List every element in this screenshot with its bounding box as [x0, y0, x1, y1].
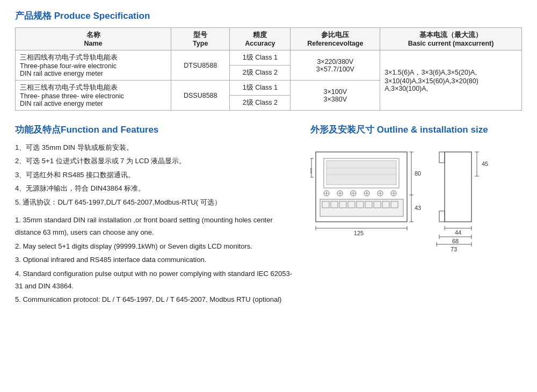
- svg-text:44: 44: [455, 229, 461, 236]
- svg-rect-49: [439, 152, 445, 163]
- svg-text:68: 68: [452, 238, 459, 244]
- col-header-current: 基本电流（最大流）Basic current (maxcurrent): [380, 28, 522, 50]
- svg-rect-50: [439, 211, 445, 222]
- feature-en-3: 3. Optional infrared and RS485 interface…: [15, 253, 300, 266]
- side-diagram: 44 68 73 45: [434, 141, 504, 254]
- features-column: 功能及特点Function and Features 1、可选 35mm DIN…: [15, 124, 300, 307]
- accuracy-1-1: 1级 Class 1: [230, 50, 291, 66]
- col-header-type: 型号Type: [171, 28, 230, 50]
- features-list: 1、可选 35mm DIN 导轨或板前安装。 2、可选 5+1 位进式计数器显示…: [15, 141, 300, 306]
- feature-cn-4: 4、无源脉冲输出，符合 DIN43864 标准。: [15, 182, 300, 194]
- diagram-container: 125 80 43 35: [310, 141, 522, 254]
- feature-cn-3: 3、可选红外和 RS485 接口数据通讯。: [15, 169, 300, 181]
- svg-text:73: 73: [451, 246, 457, 252]
- product-name-2: 三相三线有功电子式导轨电能表 Three- phase three- wire …: [16, 81, 171, 111]
- col-header-voltage: 参比电压Referencevoltage: [291, 28, 380, 50]
- feature-cn-2: 2、可选 5+1 位进式计数器显示或 7 为 LCD 液晶显示。: [15, 155, 300, 167]
- svg-text:125: 125: [354, 230, 364, 236]
- voltage-1: 3×220/380V3×57.7/100V: [291, 50, 380, 81]
- col-header-name: 名称Name: [16, 28, 171, 50]
- feature-en-2: 2. May select 5+1 digits display (99999.…: [15, 240, 300, 252]
- product-spec-section: 产品规格 Produce Specification 名称Name 型号Type…: [15, 10, 522, 111]
- current-all: 3×1.5(6)A，3×3(6)A,3×5(20)A, 3×10(40)A,3×…: [380, 50, 522, 111]
- table-row: 三相四线有功电子式导轨电能表 Three-phase four-wire ele…: [16, 50, 522, 66]
- svg-text:43: 43: [415, 205, 421, 211]
- accuracy-1-2: 2级 Class 2: [230, 66, 291, 81]
- outline-title: 外形及安装尺寸 Outline & installation size: [310, 124, 522, 136]
- accuracy-2-2: 2级 Class 2: [230, 96, 291, 111]
- product-type-1: DTSU8588: [171, 50, 230, 81]
- accuracy-2-1: 1级 Class 1: [230, 81, 291, 96]
- product-type-2: DSSU8588: [171, 81, 230, 111]
- svg-text:80: 80: [415, 170, 421, 177]
- svg-rect-48: [445, 152, 471, 222]
- bottom-section: 功能及特点Function and Features 1、可选 35mm DIN…: [15, 124, 522, 307]
- product-name-1: 三相四线有功电子式导轨电能表 Three-phase four-wire ele…: [16, 50, 171, 81]
- feature-cn-1: 1、可选 35mm DIN 导轨或板前安装。: [15, 141, 300, 154]
- voltage-2: 3×100V3×380V: [291, 81, 380, 111]
- product-spec-title: 产品规格 Produce Specification: [15, 10, 522, 22]
- svg-text:45: 45: [482, 161, 488, 167]
- outline-column: 外形及安装尺寸 Outline & installation size: [310, 124, 522, 307]
- feature-en-5: 5. Communication protocol: DL / T 645-19…: [15, 293, 300, 306]
- front-diagram: 125 80 43 35: [310, 141, 423, 254]
- feature-cn-5: 5. 通讯协议：DL/T 645-1997,DL/T 645-2007,Modb…: [15, 196, 300, 208]
- feature-en-4: 4. Standard configuration pulse output w…: [15, 267, 300, 293]
- feature-en-1: 1. 35mm standard DIN rail installation ,…: [15, 214, 300, 239]
- svg-text:35: 35: [310, 168, 313, 174]
- features-title: 功能及特点Function and Features: [15, 124, 300, 136]
- svg-rect-2: [326, 161, 396, 185]
- col-header-accuracy: 精度Accuracy: [230, 28, 291, 50]
- spec-table: 名称Name 型号Type 精度Accuracy 参比电压Referencevo…: [15, 27, 522, 111]
